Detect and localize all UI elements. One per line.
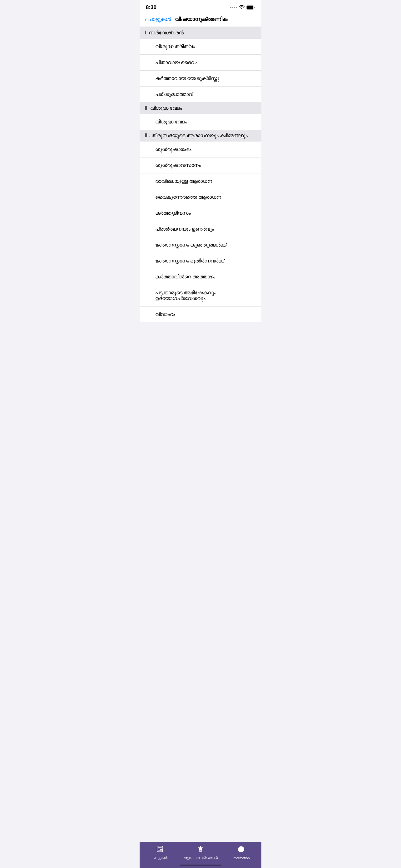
list-item[interactable]: വിശുദ്ധ വേദം (140, 114, 261, 130)
page-title: വിഷയാനുക്രമണിക (171, 16, 231, 23)
list-item[interactable]: ശുശ്രൂഷാവസാനം (140, 157, 261, 174)
section-2: II. വിശുദ്ധ വേദം വിശുദ്ധ വേദം (140, 102, 261, 130)
back-label: പാട്ടുകൾ (148, 16, 171, 23)
battery-icon (246, 5, 255, 10)
list-item[interactable]: പട്ടക്കാരുടെ അഭിഷേകവും ഉദ്യോഗപ്രവേശവും (140, 285, 261, 307)
section-1: I. സർവേശ്വരൻ വിശുദ്ധ ത്രിത്വം പിതാവായ ദൈ… (140, 27, 261, 102)
wifi-icon (239, 5, 244, 10)
list-item[interactable]: വിവാഹം (140, 307, 261, 322)
section-header-3: III. തിരുസഭയുടെ ആരാധനയും കർമ്മങ്ങളും (140, 130, 261, 142)
back-button[interactable]: ‹ പാട്ടുകൾ (144, 16, 171, 23)
section-3: III. തിരുസഭയുടെ ആരാധനയും കർമ്മങ്ങളും ശുശ… (140, 130, 261, 322)
section-3-items: ശുശ്രൂഷാരംഭം ശുശ്രൂഷാവസാനം രാവിലെയുള്ള ആ… (140, 142, 261, 322)
status-time: 8:30 (146, 4, 157, 11)
list-item[interactable]: കർത്താവായ യേശുക്രിസ്തു (140, 71, 261, 87)
list-item[interactable]: പ്രാർത്ഥനയും ഉണർവും (140, 221, 261, 237)
list-item[interactable]: കർത്താവിൻറെ അത്താഴം (140, 269, 261, 285)
list-item[interactable]: രാവിലെയുള്ള ആരാധന (140, 174, 261, 189)
list-item[interactable]: വിശുദ്ധ ത്രിത്വം (140, 39, 261, 55)
svg-rect-1 (247, 6, 253, 9)
section-2-items: വിശുദ്ധ വേദം (140, 114, 261, 130)
list-item[interactable]: ജ്ഞാനസ്നാനം മുതിർന്നവർക്ക് (140, 253, 261, 269)
status-bar: 8:30 (140, 0, 261, 13)
list-item[interactable]: പരിശുദ്ധാത്മാവ് (140, 87, 261, 102)
back-chevron-icon: ‹ (144, 16, 147, 23)
list-item[interactable]: ശുശ്രൂഷാരംഭം (140, 142, 261, 157)
status-icons (230, 5, 255, 10)
list-item[interactable]: ജ്ഞാനസ്നാനം കുഞ്ഞുങ്ങൾക്ക് (140, 237, 261, 253)
list-item[interactable]: പിതാവായ ദൈവം (140, 55, 261, 71)
nav-bar: ‹ പാട്ടുകൾ വിഷയാനുക്രമണിക (140, 13, 261, 27)
section-header-1: I. സർവേശ്വരൻ (140, 27, 261, 39)
content-area: I. സർവേശ്വരൻ വിശുദ്ധ ത്രിത്വം പിതാവായ ദൈ… (140, 27, 261, 350)
signal-icon (230, 7, 237, 8)
section-header-2: II. വിശുദ്ധ വേദം (140, 102, 261, 114)
section-1-items: വിശുദ്ധ ത്രിത്വം പിതാവായ ദൈവം കർത്താവായ … (140, 39, 261, 102)
list-item[interactable]: കർത്തൃദിവസം (140, 205, 261, 221)
list-item[interactable]: വൈകുന്നേരത്തെ ആരാധന (140, 189, 261, 205)
